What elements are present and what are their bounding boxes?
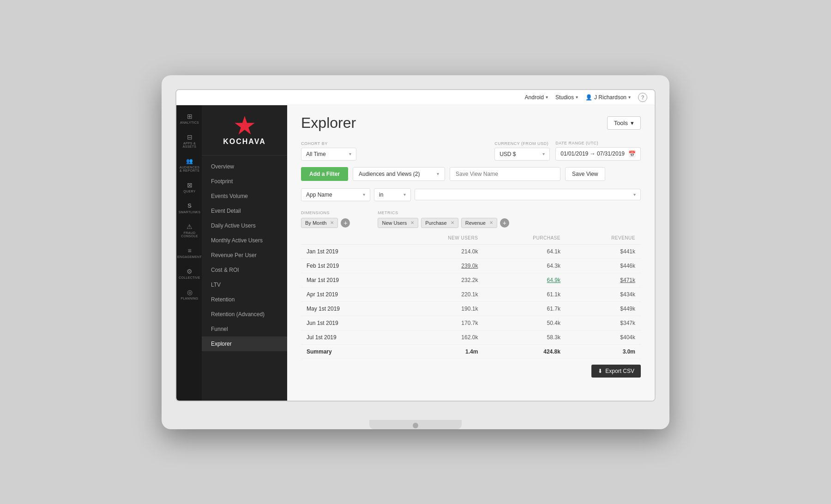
operator-label: in (379, 192, 383, 198)
help-button[interactable]: ? (638, 93, 647, 102)
cell-date: Apr 1st 2019 (301, 287, 396, 301)
svg-marker-0 (235, 116, 254, 134)
export-csv-button[interactable]: ⬇ Export CSV (591, 365, 641, 378)
studio-selector[interactable]: Studios ▾ (555, 94, 578, 101)
cell-revenue[interactable]: $471k (566, 273, 641, 287)
cell-date: Feb 1st 2019 (301, 258, 396, 273)
tools-chevron: ▾ (631, 120, 634, 126)
cell-new-users[interactable]: 239.0k (396, 258, 483, 273)
field-chevron: ▾ (363, 192, 365, 197)
nav-item-ltv[interactable]: LTV (202, 277, 287, 292)
top-bar: Android ▾ Studios ▾ 👤 J Richardson ▾ ? (176, 90, 655, 105)
smartlinks-icon: S (185, 202, 194, 210)
sidebar-icon-collective[interactable]: ⚙ COLLECTIVE (176, 264, 202, 283)
field-select[interactable]: App Name ▾ (301, 188, 370, 201)
sidebar-icon-query[interactable]: ⊠ QUERY (176, 178, 202, 197)
metrics-label: METRICS (378, 210, 509, 215)
nav-item-events-volume[interactable]: Events Volume (202, 189, 287, 204)
cohort-label: COHORT BY (301, 141, 356, 146)
table-row: Mar 1st 2019232.2k64.9k$471k (301, 273, 641, 287)
sidebar-icon-smartlinks[interactable]: S SMARTLINKS (176, 198, 202, 217)
engagement-icon: ≡ (185, 247, 194, 254)
nav-item-retention[interactable]: Retention (202, 292, 287, 307)
dimensions-tags: By Month ✕ + (301, 218, 350, 228)
field-label: App Name (306, 192, 332, 198)
audiences-select[interactable]: Audiences and Views (2) ▾ (353, 167, 445, 181)
dimension-tag-remove[interactable]: ✕ (330, 220, 334, 225)
nav-item-funnel[interactable]: Funnel (202, 322, 287, 336)
sidebar-icon-fraud[interactable]: ⚠ FRAUD CONSOLE (176, 219, 202, 241)
add-filter-button[interactable]: Add a Filter (301, 167, 348, 181)
sidebar-icon-engagement[interactable]: ≡ ENGAGEMENT (176, 243, 202, 262)
add-dimension-button[interactable]: + (341, 218, 350, 228)
audiences-chevron: ▾ (437, 171, 439, 176)
metric-purchase-remove[interactable]: ✕ (451, 220, 454, 225)
nav-item-monthly-active-users[interactable]: Monthly Active Users (202, 233, 287, 248)
cohort-value: All Time (306, 151, 326, 157)
sidebar-icon-analytics[interactable]: ⊞ ANALYTICS (176, 109, 202, 128)
operator-chevron: ▾ (403, 192, 406, 197)
cohort-group: COHORT BY All Time ▾ (301, 141, 356, 161)
operator-select[interactable]: in ▾ (374, 188, 411, 201)
cell-revenue: $449k (566, 301, 641, 316)
cell-revenue: $404k (566, 330, 641, 344)
controls-row: COHORT BY All Time ▾ CURRENCY (FROM USD)… (301, 141, 641, 161)
metric-tag-revenue: Revenue ✕ (461, 218, 497, 228)
nav-item-revenue-per-user[interactable]: Revenue Per User (202, 248, 287, 263)
nav-item-retention-advanced[interactable]: Retention (Advanced) (202, 307, 287, 322)
nav-item-cost-roi[interactable]: Cost & ROI (202, 263, 287, 277)
cohort-chevron: ▾ (349, 151, 351, 156)
analytics-icon: ⊞ (185, 113, 194, 120)
sidebar-icon-apps[interactable]: ⊟ APPS & ASSETS (176, 130, 202, 152)
export-label: Export CSV (605, 368, 634, 374)
col-header-new-users: NEW USERS (396, 232, 483, 245)
cell-new-users: 220.1k (396, 287, 483, 301)
cell-revenue: $434k (566, 287, 641, 301)
platform-chevron: ▾ (546, 95, 548, 100)
metric-new-users-remove[interactable]: ✕ (410, 220, 414, 225)
cell-date: Jun 1st 2019 (301, 316, 396, 330)
audiences-icon: 👥 (185, 157, 194, 165)
cell-date: Mar 1st 2019 (301, 273, 396, 287)
platform-selector[interactable]: Android ▾ (525, 94, 548, 101)
tools-label: Tools (614, 120, 628, 126)
cell-purchase: 61.7k (483, 301, 566, 316)
cell-purchase[interactable]: 64.9k (483, 273, 566, 287)
nav-items: Overview Footprint Events Volume Event D… (202, 156, 287, 401)
col-header-purchase: PURCHASE (483, 232, 566, 245)
currency-select[interactable]: USD $ ▾ (494, 148, 550, 161)
user-selector[interactable]: 👤 J Richardson ▾ (585, 94, 631, 101)
value-select[interactable]: ▾ (415, 189, 641, 200)
metric-revenue-remove[interactable]: ✕ (489, 220, 493, 225)
metric-tag-new-users: New Users ✕ (378, 218, 418, 228)
platform-label: Android (525, 94, 544, 101)
table-row: Jun 1st 2019170.7k50.4k$347k (301, 316, 641, 330)
fraud-icon: ⚠ (185, 223, 194, 230)
user-icon: 👤 (585, 94, 592, 101)
save-view-button[interactable]: Save View (565, 167, 605, 181)
nav-item-daily-active-users[interactable]: Daily Active Users (202, 218, 287, 233)
brand: KOCHAVA (202, 105, 287, 156)
col-header-revenue: REVENUE (566, 232, 641, 245)
nav-item-event-detail[interactable]: Event Detail (202, 204, 287, 218)
nav-item-explorer[interactable]: Explorer (202, 336, 287, 351)
sidebar-icon-audiences[interactable]: 👥 AUDIENCES & REPORTS (176, 154, 202, 176)
cell-revenue: $347k (566, 316, 641, 330)
nav-item-overview[interactable]: Overview (202, 159, 287, 174)
cell-date: May 1st 2019 (301, 301, 396, 316)
currency-value: USD $ (500, 151, 516, 157)
cell-purchase: 58.3k (483, 330, 566, 344)
user-label: J Richardson (594, 94, 626, 101)
nav-item-footprint[interactable]: Footprint (202, 174, 287, 189)
cell-date: Jul 1st 2019 (301, 330, 396, 344)
date-range-label: DATE RANGE (UTC) (555, 141, 641, 145)
filter-select-row: App Name ▾ in ▾ ▾ (301, 188, 641, 201)
table-summary-row: Summary1.4m424.8k3.0m (301, 344, 641, 359)
tools-button[interactable]: Tools ▾ (607, 116, 641, 130)
add-metric-button[interactable]: + (500, 218, 509, 228)
brand-name: KOCHAVA (223, 138, 266, 146)
cohort-select[interactable]: All Time ▾ (301, 148, 356, 161)
save-view-name-input[interactable] (450, 167, 560, 181)
sidebar-icon-planning[interactable]: ◎ PLANNING (176, 285, 202, 304)
date-range-select[interactable]: 01/01/2019 → 07/31/2019 📅 (555, 147, 641, 161)
